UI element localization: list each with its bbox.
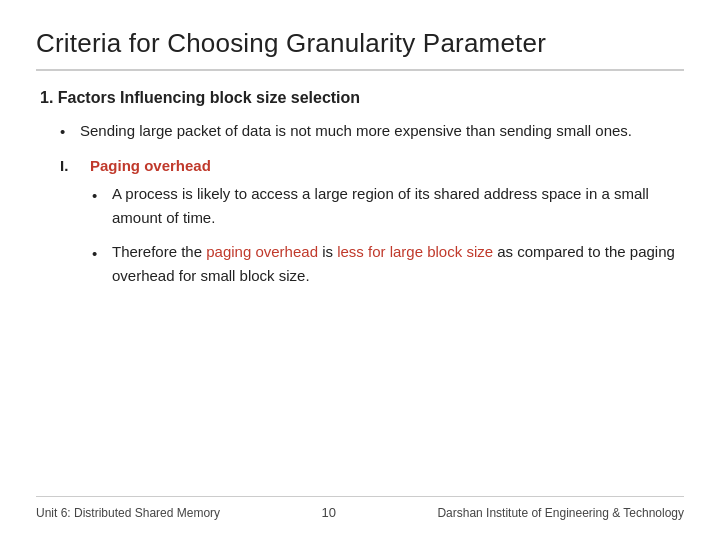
sub-bullet-text-1: A process is likely to access a large re… [112,182,684,230]
sub-bullet-red1: paging overhead [206,243,318,260]
subsection-i: I. Paging overhead • A process is likely… [40,157,684,288]
sub-bullet-dot-1: • [92,184,106,208]
bullet-dot-1: • [60,120,74,143]
sub-bullet-item-2: • Therefore the paging overhead is less … [92,240,684,288]
slide-container: Criteria for Choosing Granularity Parame… [0,0,720,540]
sub-bullet-text-2: Therefore the paging overhead is less fo… [112,240,684,288]
footer: Unit 6: Distributed Shared Memory 10 Dar… [36,496,684,520]
footer-center: 10 [322,505,336,520]
title-area: Criteria for Choosing Granularity Parame… [36,28,684,71]
sub-bullets: • A process is likely to access a large … [60,182,684,288]
sub-bullet-dot-2: • [92,242,106,266]
bullet-item-1: • Sending large packet of data is not mu… [40,119,684,143]
sub-bullet-mid: is [318,243,337,260]
subsection-roman: I. [60,157,90,174]
footer-right: Darshan Institute of Engineering & Techn… [437,506,684,520]
factor-heading: 1. Factors Influencing block size select… [40,89,684,107]
footer-left: Unit 6: Distributed Shared Memory [36,506,220,520]
factor-heading-text: Factors Influencing block size selection [58,89,360,106]
bullet-text-1: Sending large packet of data is not much… [80,119,632,142]
sub-bullet-red2: less for large block size [337,243,493,260]
subsection-label: I. Paging overhead [60,157,684,174]
slide-title: Criteria for Choosing Granularity Parame… [36,28,684,59]
sub-bullet-item-1: • A process is likely to access a large … [92,182,684,230]
content-area: 1. Factors Influencing block size select… [36,89,684,496]
sub-bullet-prefix: Therefore the [112,243,206,260]
subsection-heading: Paging overhead [90,157,211,174]
factor-number: 1. [40,89,53,106]
